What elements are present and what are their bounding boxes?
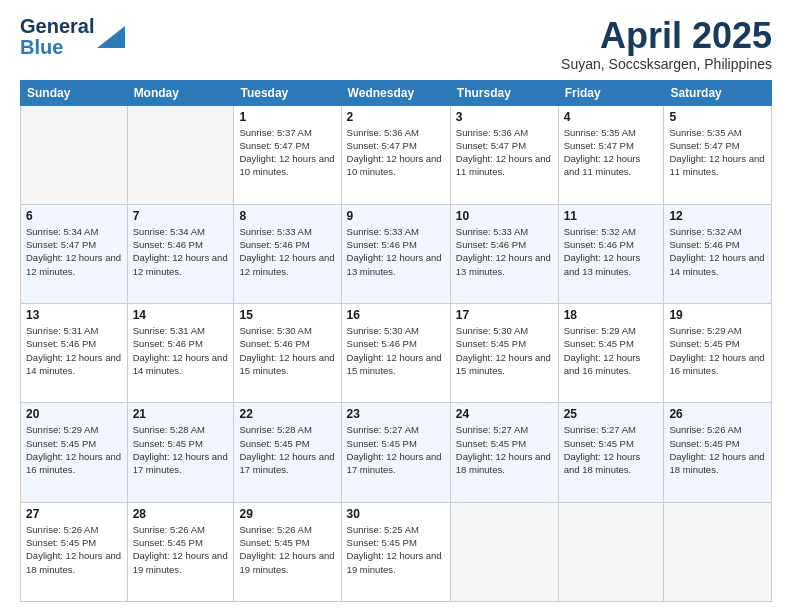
title-location: Suyan, Soccsksargen, Philippines [561, 56, 772, 72]
table-row: 27Sunrise: 5:26 AM Sunset: 5:45 PM Dayli… [21, 502, 128, 601]
day-info: Sunrise: 5:26 AM Sunset: 5:45 PM Dayligh… [26, 523, 122, 576]
day-number: 15 [239, 308, 335, 322]
day-info: Sunrise: 5:26 AM Sunset: 5:45 PM Dayligh… [669, 423, 766, 476]
day-number: 29 [239, 507, 335, 521]
day-number: 27 [26, 507, 122, 521]
table-row: 30Sunrise: 5:25 AM Sunset: 5:45 PM Dayli… [341, 502, 450, 601]
table-row: 13Sunrise: 5:31 AM Sunset: 5:46 PM Dayli… [21, 304, 128, 403]
table-row: 4Sunrise: 5:35 AM Sunset: 5:47 PM Daylig… [558, 105, 664, 204]
page: General Blue April 2025 Suyan, Soccsksar… [0, 0, 792, 612]
calendar-week-row: 1Sunrise: 5:37 AM Sunset: 5:47 PM Daylig… [21, 105, 772, 204]
day-number: 28 [133, 507, 229, 521]
day-number: 20 [26, 407, 122, 421]
day-number: 11 [564, 209, 659, 223]
table-row: 18Sunrise: 5:29 AM Sunset: 5:45 PM Dayli… [558, 304, 664, 403]
day-info: Sunrise: 5:27 AM Sunset: 5:45 PM Dayligh… [347, 423, 445, 476]
day-info: Sunrise: 5:33 AM Sunset: 5:46 PM Dayligh… [456, 225, 553, 278]
day-info: Sunrise: 5:37 AM Sunset: 5:47 PM Dayligh… [239, 126, 335, 179]
day-info: Sunrise: 5:34 AM Sunset: 5:47 PM Dayligh… [26, 225, 122, 278]
day-number: 2 [347, 110, 445, 124]
day-info: Sunrise: 5:33 AM Sunset: 5:46 PM Dayligh… [239, 225, 335, 278]
day-number: 1 [239, 110, 335, 124]
day-info: Sunrise: 5:32 AM Sunset: 5:46 PM Dayligh… [669, 225, 766, 278]
table-row: 9Sunrise: 5:33 AM Sunset: 5:46 PM Daylig… [341, 204, 450, 303]
day-info: Sunrise: 5:26 AM Sunset: 5:45 PM Dayligh… [239, 523, 335, 576]
table-row: 24Sunrise: 5:27 AM Sunset: 5:45 PM Dayli… [450, 403, 558, 502]
day-info: Sunrise: 5:29 AM Sunset: 5:45 PM Dayligh… [564, 324, 659, 377]
svg-marker-0 [97, 26, 125, 48]
day-info: Sunrise: 5:28 AM Sunset: 5:45 PM Dayligh… [133, 423, 229, 476]
day-info: Sunrise: 5:32 AM Sunset: 5:46 PM Dayligh… [564, 225, 659, 278]
day-number: 9 [347, 209, 445, 223]
header-wednesday: Wednesday [341, 80, 450, 105]
table-row: 28Sunrise: 5:26 AM Sunset: 5:45 PM Dayli… [127, 502, 234, 601]
header: General Blue April 2025 Suyan, Soccsksar… [20, 16, 772, 72]
logo-icon [97, 26, 125, 48]
day-info: Sunrise: 5:35 AM Sunset: 5:47 PM Dayligh… [564, 126, 659, 179]
day-number: 5 [669, 110, 766, 124]
day-number: 17 [456, 308, 553, 322]
day-info: Sunrise: 5:35 AM Sunset: 5:47 PM Dayligh… [669, 126, 766, 179]
day-info: Sunrise: 5:26 AM Sunset: 5:45 PM Dayligh… [133, 523, 229, 576]
calendar-table: Sunday Monday Tuesday Wednesday Thursday… [20, 80, 772, 602]
table-row: 8Sunrise: 5:33 AM Sunset: 5:46 PM Daylig… [234, 204, 341, 303]
day-info: Sunrise: 5:29 AM Sunset: 5:45 PM Dayligh… [26, 423, 122, 476]
table-row [21, 105, 128, 204]
table-row: 5Sunrise: 5:35 AM Sunset: 5:47 PM Daylig… [664, 105, 772, 204]
day-info: Sunrise: 5:27 AM Sunset: 5:45 PM Dayligh… [564, 423, 659, 476]
header-tuesday: Tuesday [234, 80, 341, 105]
table-row: 6Sunrise: 5:34 AM Sunset: 5:47 PM Daylig… [21, 204, 128, 303]
table-row: 19Sunrise: 5:29 AM Sunset: 5:45 PM Dayli… [664, 304, 772, 403]
table-row: 3Sunrise: 5:36 AM Sunset: 5:47 PM Daylig… [450, 105, 558, 204]
day-number: 14 [133, 308, 229, 322]
table-row: 22Sunrise: 5:28 AM Sunset: 5:45 PM Dayli… [234, 403, 341, 502]
day-number: 13 [26, 308, 122, 322]
day-number: 26 [669, 407, 766, 421]
header-monday: Monday [127, 80, 234, 105]
day-number: 8 [239, 209, 335, 223]
table-row [450, 502, 558, 601]
day-number: 19 [669, 308, 766, 322]
calendar-week-row: 27Sunrise: 5:26 AM Sunset: 5:45 PM Dayli… [21, 502, 772, 601]
title-block: April 2025 Suyan, Soccsksargen, Philippi… [561, 16, 772, 72]
day-number: 7 [133, 209, 229, 223]
table-row: 21Sunrise: 5:28 AM Sunset: 5:45 PM Dayli… [127, 403, 234, 502]
day-info: Sunrise: 5:30 AM Sunset: 5:46 PM Dayligh… [239, 324, 335, 377]
table-row: 11Sunrise: 5:32 AM Sunset: 5:46 PM Dayli… [558, 204, 664, 303]
day-info: Sunrise: 5:28 AM Sunset: 5:45 PM Dayligh… [239, 423, 335, 476]
day-info: Sunrise: 5:36 AM Sunset: 5:47 PM Dayligh… [347, 126, 445, 179]
day-number: 3 [456, 110, 553, 124]
table-row: 26Sunrise: 5:26 AM Sunset: 5:45 PM Dayli… [664, 403, 772, 502]
logo: General Blue [20, 16, 125, 58]
table-row [558, 502, 664, 601]
table-row: 20Sunrise: 5:29 AM Sunset: 5:45 PM Dayli… [21, 403, 128, 502]
table-row: 15Sunrise: 5:30 AM Sunset: 5:46 PM Dayli… [234, 304, 341, 403]
day-info: Sunrise: 5:25 AM Sunset: 5:45 PM Dayligh… [347, 523, 445, 576]
header-thursday: Thursday [450, 80, 558, 105]
day-info: Sunrise: 5:31 AM Sunset: 5:46 PM Dayligh… [133, 324, 229, 377]
day-number: 25 [564, 407, 659, 421]
table-row: 23Sunrise: 5:27 AM Sunset: 5:45 PM Dayli… [341, 403, 450, 502]
title-month: April 2025 [561, 16, 772, 56]
table-row: 25Sunrise: 5:27 AM Sunset: 5:45 PM Dayli… [558, 403, 664, 502]
day-info: Sunrise: 5:36 AM Sunset: 5:47 PM Dayligh… [456, 126, 553, 179]
calendar-week-row: 6Sunrise: 5:34 AM Sunset: 5:47 PM Daylig… [21, 204, 772, 303]
day-number: 22 [239, 407, 335, 421]
table-row [127, 105, 234, 204]
day-info: Sunrise: 5:30 AM Sunset: 5:45 PM Dayligh… [456, 324, 553, 377]
logo-general: General [20, 15, 94, 37]
table-row: 17Sunrise: 5:30 AM Sunset: 5:45 PM Dayli… [450, 304, 558, 403]
calendar-week-row: 13Sunrise: 5:31 AM Sunset: 5:46 PM Dayli… [21, 304, 772, 403]
day-number: 10 [456, 209, 553, 223]
table-row: 12Sunrise: 5:32 AM Sunset: 5:46 PM Dayli… [664, 204, 772, 303]
table-row: 14Sunrise: 5:31 AM Sunset: 5:46 PM Dayli… [127, 304, 234, 403]
header-saturday: Saturday [664, 80, 772, 105]
day-number: 24 [456, 407, 553, 421]
day-info: Sunrise: 5:31 AM Sunset: 5:46 PM Dayligh… [26, 324, 122, 377]
day-info: Sunrise: 5:33 AM Sunset: 5:46 PM Dayligh… [347, 225, 445, 278]
table-row: 16Sunrise: 5:30 AM Sunset: 5:46 PM Dayli… [341, 304, 450, 403]
calendar-header-row: Sunday Monday Tuesday Wednesday Thursday… [21, 80, 772, 105]
day-info: Sunrise: 5:29 AM Sunset: 5:45 PM Dayligh… [669, 324, 766, 377]
day-number: 4 [564, 110, 659, 124]
header-sunday: Sunday [21, 80, 128, 105]
